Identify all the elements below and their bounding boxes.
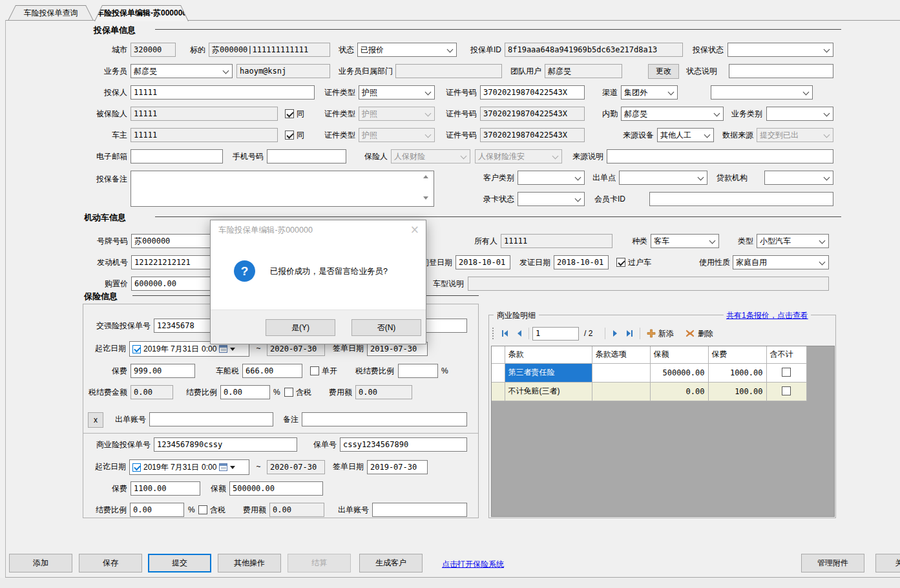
submit-button[interactable]: 提交 bbox=[148, 554, 211, 572]
note-field[interactable] bbox=[302, 412, 467, 426]
status-select[interactable]: 已报价 bbox=[357, 43, 457, 57]
col-include[interactable]: 含不计 bbox=[766, 346, 806, 363]
option-cell[interactable] bbox=[592, 363, 650, 382]
commercial-account-field[interactable] bbox=[372, 503, 467, 517]
col-premium[interactable]: 保费 bbox=[708, 346, 766, 363]
prev-page-icon[interactable] bbox=[514, 328, 525, 339]
close-button[interactable]: 关闭 bbox=[875, 554, 900, 572]
dept-field[interactable] bbox=[395, 64, 502, 78]
vehicle-tax-field[interactable]: 666.00 bbox=[242, 364, 302, 378]
commercial-apply-no-field[interactable]: 1234567890cssy bbox=[154, 437, 297, 452]
city-field[interactable]: 320000 bbox=[131, 43, 176, 57]
clerk-select[interactable]: 郝彦旻 bbox=[621, 107, 724, 121]
other-actions-button[interactable]: 其他操作 bbox=[218, 554, 281, 572]
compulsory-taxinc-checkbox[interactable] bbox=[284, 388, 293, 397]
tax-fee-rate-field[interactable] bbox=[398, 364, 438, 378]
biz-class-select[interactable] bbox=[766, 107, 833, 121]
yes-button[interactable]: 是(Y) bbox=[266, 319, 335, 336]
save-button[interactable]: 保存 bbox=[79, 554, 142, 572]
owner-field[interactable]: 11111 bbox=[131, 128, 278, 142]
remove-button[interactable]: x bbox=[88, 412, 103, 428]
date-checkbox[interactable] bbox=[132, 345, 141, 353]
commercial-start-date-picker[interactable]: 2019年 7月31日 0:00 bbox=[129, 459, 249, 475]
premium-cell[interactable]: 1000.00 bbox=[708, 363, 766, 382]
insured-field[interactable]: 11111 bbox=[131, 107, 278, 121]
page-input[interactable]: 1 bbox=[532, 327, 579, 341]
amount-field[interactable]: 500000.00 bbox=[229, 481, 323, 496]
calendar-icon[interactable] bbox=[219, 345, 227, 353]
remark-textarea[interactable] bbox=[131, 171, 434, 207]
owner-cert-type-select[interactable]: 护照 bbox=[359, 128, 435, 142]
insured-cert-no-field[interactable]: 37020219870422543X bbox=[480, 107, 585, 121]
channel-select[interactable]: 集团外 bbox=[621, 85, 678, 100]
team-user-field[interactable]: 郝彦旻 bbox=[545, 64, 622, 78]
clause-cell[interactable]: 第三者责任险 bbox=[505, 363, 592, 382]
delete-row-button[interactable]: 删除 bbox=[698, 327, 713, 340]
insured-cert-type-select[interactable]: 护照 bbox=[359, 107, 435, 121]
commercial-end-date-field[interactable]: 2020-07-30 bbox=[267, 460, 325, 474]
delete-icon[interactable] bbox=[685, 328, 695, 339]
commercial-sign-date-field[interactable]: 2019-07-30 bbox=[367, 460, 428, 474]
clause-cell[interactable]: 不计免赔(三者) bbox=[505, 382, 592, 401]
compulsory-premium-field[interactable]: 999.00 bbox=[131, 364, 195, 378]
amount-cell[interactable]: 0.00 bbox=[650, 382, 708, 401]
insurer-branch-select[interactable]: 人保财险淮安 bbox=[475, 149, 562, 163]
change-button[interactable]: 更改 bbox=[648, 64, 679, 79]
veh-owner-field[interactable]: 11111 bbox=[501, 234, 612, 248]
add-icon[interactable] bbox=[646, 328, 656, 339]
source-note-field[interactable] bbox=[607, 149, 833, 163]
no-button[interactable]: 否(N) bbox=[351, 319, 421, 336]
phone-field[interactable] bbox=[267, 149, 346, 163]
model-note-field[interactable] bbox=[468, 277, 829, 291]
next-page-icon[interactable] bbox=[610, 328, 620, 339]
reg-date-field[interactable]: 2018-10-01 bbox=[455, 255, 510, 269]
last-page-icon[interactable] bbox=[624, 328, 634, 339]
owner-same-checkbox[interactable] bbox=[285, 131, 294, 140]
source-device-select[interactable]: 其他人工 bbox=[657, 128, 714, 142]
policy-id-field[interactable]: 8f19aaa648a941969b5dc63e217d8a13 bbox=[505, 43, 683, 57]
scroll-up-icon[interactable] bbox=[423, 175, 428, 178]
include-checkbox[interactable] bbox=[782, 368, 791, 377]
include-cell[interactable] bbox=[766, 382, 806, 401]
kind-select[interactable]: 客车 bbox=[651, 234, 719, 248]
loan-org-select[interactable] bbox=[764, 171, 833, 185]
commercial-fee-amt-field[interactable]: 0.00 bbox=[269, 503, 324, 517]
apply-status-select[interactable] bbox=[727, 43, 833, 57]
cert-type-select[interactable]: 护照 bbox=[359, 85, 435, 100]
applicant-field[interactable]: 11111 bbox=[131, 85, 315, 100]
open-insurance-system-link[interactable]: 点击打开保险系统 bbox=[442, 559, 504, 570]
col-amount[interactable]: 保额 bbox=[650, 346, 708, 363]
member-card-field[interactable] bbox=[649, 192, 833, 206]
first-page-icon[interactable] bbox=[500, 328, 510, 339]
quotes-link[interactable]: 共有1条报价，点击查看 bbox=[724, 310, 811, 321]
premium-cell[interactable]: 100.00 bbox=[708, 382, 766, 401]
channel-sub-select[interactable] bbox=[711, 85, 813, 100]
col-clause[interactable]: 条款 bbox=[505, 346, 592, 363]
row-selector[interactable] bbox=[492, 382, 505, 401]
commercial-fee-rate-field[interactable]: 0.00 bbox=[130, 503, 184, 517]
email-field[interactable] bbox=[131, 149, 223, 163]
usage-select[interactable]: 家庭自用 bbox=[733, 255, 829, 269]
toolbar-grip[interactable] bbox=[492, 328, 494, 339]
amount-cell[interactable]: 500000.00 bbox=[650, 363, 708, 382]
row-selector[interactable] bbox=[492, 363, 505, 382]
transfer-checkbox[interactable] bbox=[616, 258, 625, 267]
date-checkbox[interactable] bbox=[132, 463, 141, 472]
tax-fee-amt-field[interactable]: 0.00 bbox=[131, 385, 173, 399]
cert-no-field[interactable]: 37020219870422543X bbox=[480, 85, 585, 100]
include-cell[interactable] bbox=[766, 363, 806, 382]
status-note-field[interactable] bbox=[729, 64, 833, 78]
issue-point-select[interactable] bbox=[619, 171, 707, 185]
scroll-down-icon[interactable] bbox=[423, 196, 428, 200]
manage-attachments-button[interactable]: 管理附件 bbox=[801, 554, 864, 572]
tab-policy-edit[interactable]: 车险投保单编辑-苏000000 bbox=[94, 5, 189, 21]
dropdown-arrow-icon[interactable] bbox=[230, 348, 235, 351]
add-row-button[interactable]: 新添 bbox=[658, 327, 674, 340]
separate-checkbox[interactable] bbox=[310, 366, 319, 375]
option-cell[interactable] bbox=[592, 382, 650, 401]
compulsory-account-field[interactable] bbox=[149, 412, 273, 426]
commercial-taxinc-checkbox[interactable] bbox=[198, 505, 207, 514]
price-field[interactable]: 600000.00 bbox=[131, 277, 215, 291]
insured-same-checkbox[interactable] bbox=[285, 109, 294, 118]
close-icon[interactable]: × bbox=[410, 223, 419, 236]
